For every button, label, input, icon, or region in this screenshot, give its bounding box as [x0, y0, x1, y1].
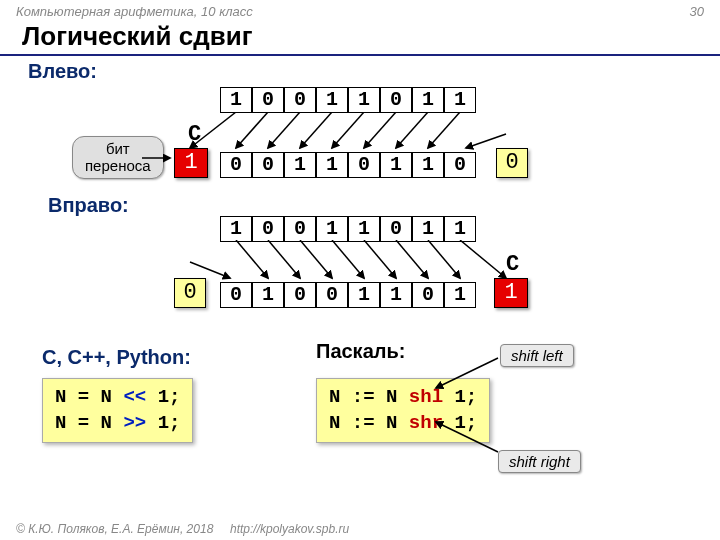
course-label: Компьютерная арифметика, 10 класс [16, 4, 253, 19]
bit-cell: 0 [348, 152, 380, 178]
bit-cell: 0 [380, 216, 412, 242]
shift-right-arrows [170, 240, 530, 282]
bit-cell: 1 [380, 152, 412, 178]
fill-bit-right: 0 [174, 278, 206, 308]
bit-cell: 1 [220, 87, 252, 113]
op-shift-right: >> [123, 412, 146, 434]
bit-cell: 1 [220, 216, 252, 242]
svg-line-18 [460, 240, 506, 278]
svg-line-8 [466, 134, 506, 148]
bit-cell: 0 [412, 282, 444, 308]
bit-cell: 0 [252, 216, 284, 242]
bit-cell: 1 [412, 216, 444, 242]
bit-cell: 1 [412, 87, 444, 113]
bit-cell: 1 [444, 216, 476, 242]
code-pascal-box: N := N shl 1; N := N shr 1; [316, 378, 490, 443]
footer-copy: © К.Ю. Поляков, Е.А. Ерёмин, 2018 [16, 522, 213, 536]
section-left-label: Влево: [0, 60, 720, 83]
carry-badge-line1: бит [106, 140, 130, 157]
carry-label-left: C [188, 122, 201, 147]
bit-cell: 0 [284, 282, 316, 308]
code-text: N := N [329, 412, 409, 434]
bit-cell: 0 [220, 282, 252, 308]
section-right-label: Вправо: [0, 194, 129, 217]
code-text: 1; [146, 412, 180, 434]
bit-cell: 0 [284, 216, 316, 242]
lang-c-label: С, C++, Python: [42, 346, 191, 369]
svg-line-6 [396, 112, 428, 148]
bit-cell: 1 [252, 282, 284, 308]
svg-line-11 [236, 240, 268, 278]
svg-line-4 [332, 112, 364, 148]
bit-cell: 1 [316, 87, 348, 113]
svg-line-17 [428, 240, 460, 278]
svg-line-15 [364, 240, 396, 278]
annot-shift-left: shift left [500, 344, 574, 367]
svg-line-13 [300, 240, 332, 278]
svg-line-10 [190, 262, 230, 278]
op-shr: shr [409, 412, 443, 434]
bit-cell: 0 [444, 152, 476, 178]
code-text: N := N [329, 386, 409, 408]
bit-cell: 1 [412, 152, 444, 178]
fill-bit-left: 0 [496, 148, 528, 178]
svg-line-7 [428, 112, 460, 148]
bit-cell: 1 [284, 152, 316, 178]
bit-cell: 1 [348, 87, 380, 113]
bit-cell: 1 [444, 87, 476, 113]
lang-pascal-label: Паскаль: [316, 340, 405, 363]
bit-cell: 1 [316, 216, 348, 242]
slide-title: Логический сдвиг [0, 19, 720, 56]
carry-bit-right: 1 [494, 278, 528, 308]
right-source-bits: 1 0 0 1 1 0 1 1 [220, 216, 476, 242]
svg-line-14 [332, 240, 364, 278]
bit-cell: 0 [380, 87, 412, 113]
carry-label-right: C [506, 252, 519, 277]
code-text: 1; [443, 386, 477, 408]
bit-cell: 1 [316, 152, 348, 178]
page-number: 30 [690, 4, 704, 19]
code-text: 1; [146, 386, 180, 408]
code-text: N = N [55, 386, 123, 408]
svg-line-2 [268, 112, 300, 148]
op-shl: shl [409, 386, 443, 408]
code-c-box: N = N << 1; N = N >> 1; [42, 378, 193, 443]
code-text: N = N [55, 412, 123, 434]
svg-line-16 [396, 240, 428, 278]
shift-left-arrows [170, 112, 530, 152]
footer-url: http://kpolyakov.spb.ru [230, 522, 349, 536]
right-dest-bits: 0 1 0 0 1 1 0 1 [220, 282, 476, 308]
bit-cell: 0 [252, 152, 284, 178]
left-source-bits: 1 0 0 1 1 0 1 1 [220, 87, 720, 113]
bit-cell: 1 [380, 282, 412, 308]
op-shift-left: << [123, 386, 146, 408]
svg-line-3 [300, 112, 332, 148]
carry-badge-line2: переноса [85, 157, 151, 174]
bit-cell: 1 [348, 282, 380, 308]
left-dest-bits: 0 0 1 1 0 1 1 0 [220, 152, 476, 178]
code-text: 1; [443, 412, 477, 434]
bit-cell: 0 [316, 282, 348, 308]
carry-bit-left: 1 [174, 148, 208, 178]
svg-line-1 [236, 112, 268, 148]
bit-cell: 1 [444, 282, 476, 308]
svg-line-12 [268, 240, 300, 278]
footer: © К.Ю. Поляков, Е.А. Ерёмин, 2018 http:/… [16, 522, 349, 536]
annot-shift-right: shift right [498, 450, 581, 473]
carry-badge: бит переноса [72, 136, 164, 179]
bit-cell: 0 [220, 152, 252, 178]
svg-line-5 [364, 112, 396, 148]
bit-cell: 1 [348, 216, 380, 242]
bit-cell: 0 [284, 87, 316, 113]
bit-cell: 0 [252, 87, 284, 113]
